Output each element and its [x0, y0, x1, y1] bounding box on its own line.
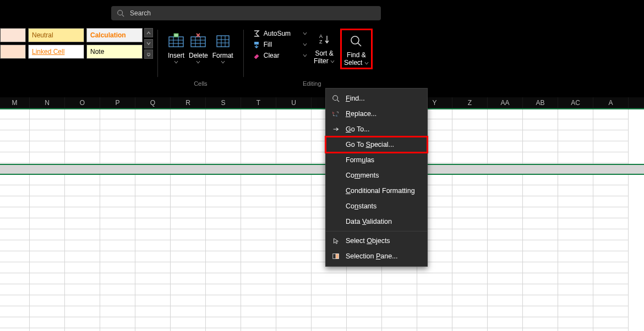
cell[interactable]	[30, 174, 65, 185]
grid-row[interactable]	[0, 306, 644, 317]
cell[interactable]	[523, 185, 558, 196]
cell[interactable]	[241, 240, 276, 251]
cell[interactable]	[523, 141, 558, 152]
cell[interactable]	[241, 306, 276, 317]
menu-goto-special[interactable]: Go To Special...	[326, 137, 427, 152]
cell[interactable]	[206, 196, 241, 207]
cell[interactable]	[0, 119, 30, 130]
col-header[interactable]: O	[65, 97, 100, 108]
cell[interactable]	[382, 306, 417, 317]
cell[interactable]	[206, 306, 241, 317]
cell[interactable]	[30, 284, 65, 295]
cell[interactable]	[30, 130, 65, 141]
cell[interactable]	[100, 328, 135, 331]
cell[interactable]	[65, 207, 100, 218]
cell[interactable]	[312, 295, 347, 306]
cell[interactable]	[100, 218, 135, 229]
cell[interactable]	[593, 295, 629, 306]
cell[interactable]	[241, 295, 276, 306]
sort-filter-button[interactable]: AZ Sort &Filter	[312, 29, 337, 66]
cell[interactable]	[30, 295, 65, 306]
cell[interactable]	[523, 295, 558, 306]
cell[interactable]	[558, 207, 593, 218]
cell[interactable]	[0, 185, 30, 196]
search-box[interactable]: Search	[111, 6, 381, 20]
cell[interactable]	[30, 141, 65, 152]
cell[interactable]	[65, 185, 100, 196]
style-cell-partial-2[interactable]	[0, 45, 26, 59]
cell[interactable]	[65, 130, 100, 141]
delete-button[interactable]: Delete	[187, 29, 210, 65]
grid[interactable]	[0, 108, 644, 331]
cell[interactable]	[30, 262, 65, 273]
cell[interactable]	[523, 273, 558, 284]
grid-row[interactable]	[0, 196, 644, 207]
cell[interactable]	[30, 152, 65, 163]
cell[interactable]	[452, 240, 488, 251]
cell[interactable]	[488, 240, 523, 251]
clear-button[interactable]: Clear	[252, 52, 308, 59]
cell[interactable]	[452, 218, 488, 229]
cell[interactable]	[171, 273, 206, 284]
cell[interactable]	[593, 185, 629, 196]
cell[interactable]	[206, 174, 241, 185]
menu-formulas[interactable]: Formulas	[326, 152, 427, 168]
cell[interactable]	[312, 273, 347, 284]
cell[interactable]	[558, 185, 593, 196]
cell[interactable]	[488, 196, 523, 207]
cell[interactable]	[65, 108, 100, 119]
cell[interactable]	[276, 108, 312, 119]
cell[interactable]	[347, 273, 382, 284]
cell[interactable]	[593, 218, 629, 229]
grid-row[interactable]	[0, 273, 644, 284]
menu-select-objects[interactable]: Select Objects	[326, 233, 427, 249]
grid-row[interactable]	[0, 229, 644, 240]
cell[interactable]	[30, 185, 65, 196]
grid-row[interactable]	[0, 317, 644, 328]
cell[interactable]	[171, 240, 206, 251]
cell[interactable]	[100, 174, 135, 185]
cell[interactable]	[593, 130, 629, 141]
cell[interactable]	[558, 229, 593, 240]
cell[interactable]	[30, 240, 65, 251]
cell[interactable]	[417, 306, 452, 317]
cell[interactable]	[30, 251, 65, 262]
grid-row[interactable]	[0, 185, 644, 196]
cell[interactable]	[276, 273, 312, 284]
cell[interactable]	[206, 141, 241, 152]
cell[interactable]	[488, 119, 523, 130]
cell[interactable]	[488, 218, 523, 229]
cell[interactable]	[241, 196, 276, 207]
cell[interactable]	[276, 262, 312, 273]
menu-conditional-formatting[interactable]: Conditional Formatting	[326, 183, 427, 198]
cell[interactable]	[100, 185, 135, 196]
cell[interactable]	[523, 207, 558, 218]
cell[interactable]	[558, 328, 593, 331]
grid-row[interactable]	[0, 130, 644, 141]
cell[interactable]	[0, 152, 30, 163]
cell[interactable]	[206, 262, 241, 273]
cell[interactable]	[65, 262, 100, 273]
cell[interactable]	[171, 174, 206, 185]
cell[interactable]	[100, 108, 135, 119]
cell[interactable]	[0, 174, 30, 185]
menu-selection-pane[interactable]: Selection Pane...	[326, 249, 427, 264]
cell[interactable]	[593, 152, 629, 163]
cell[interactable]	[135, 207, 171, 218]
cell[interactable]	[0, 141, 30, 152]
cell[interactable]	[100, 273, 135, 284]
cell[interactable]	[171, 185, 206, 196]
cell[interactable]	[0, 108, 30, 119]
col-header[interactable]: Z	[452, 97, 488, 108]
cell[interactable]	[65, 284, 100, 295]
col-header[interactable]: N	[30, 97, 65, 108]
cell[interactable]	[276, 295, 312, 306]
cell[interactable]	[241, 262, 276, 273]
cell[interactable]	[276, 141, 312, 152]
cell[interactable]	[312, 284, 347, 295]
grid-row[interactable]	[0, 218, 644, 229]
cell[interactable]	[382, 284, 417, 295]
cell[interactable]	[171, 262, 206, 273]
cell[interactable]	[100, 251, 135, 262]
cell[interactable]	[593, 119, 629, 130]
